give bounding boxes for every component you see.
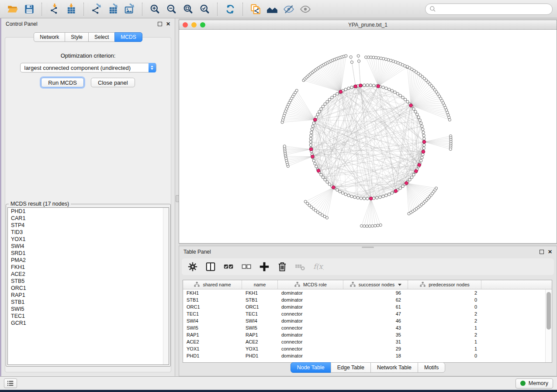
float-panel-button[interactable]: [158, 22, 162, 26]
import-table-button[interactable]: [63, 2, 79, 17]
table-cell: 1: [408, 339, 481, 344]
list-item[interactable]: RAP1: [8, 292, 169, 299]
import-network-button[interactable]: [47, 2, 62, 17]
table-row[interactable]: PHD1PHD1dominator180: [183, 352, 552, 359]
minimize-window-button[interactable]: [191, 22, 197, 28]
show-all-button[interactable]: [298, 2, 313, 17]
column-header-successor-nodes[interactable]: successor nodes: [343, 280, 408, 289]
list-item[interactable]: GCR1: [8, 320, 169, 327]
save-session-button[interactable]: [21, 2, 37, 17]
run-mcds-button[interactable]: Run MCDS: [41, 78, 84, 87]
list-item[interactable]: SWI4: [8, 243, 169, 250]
table-row[interactable]: ACE2ACE2connector311: [183, 338, 552, 345]
table-cell: dominator: [278, 304, 343, 309]
table-row[interactable]: STB1STB1dominator620: [183, 296, 552, 303]
tree-icon: [194, 282, 200, 288]
column-header-name[interactable]: name: [242, 280, 278, 289]
mcds-list-scrollbar[interactable]: [163, 208, 169, 364]
table-scrollbar[interactable]: [545, 289, 552, 362]
tab-style[interactable]: Style: [65, 32, 89, 42]
table-row[interactable]: SWI4SWI4dominator462: [183, 317, 552, 324]
mcds-result-list[interactable]: PHD1CAR1STP4TID3YOX1SWI4SRD1PMA2FKH1ACE2…: [7, 207, 169, 365]
export-network-button[interactable]: [89, 2, 104, 17]
close-table-panel-button[interactable]: ✕: [548, 249, 552, 254]
tab-select[interactable]: Select: [88, 32, 115, 42]
close-window-button[interactable]: [183, 22, 188, 28]
refresh-network-button[interactable]: [222, 2, 238, 17]
table-cell: 2: [408, 290, 481, 296]
toolbar-buttons: [4, 2, 314, 17]
network-window-titlebar[interactable]: YPA_prune.txt_1: [179, 20, 557, 30]
delete-column-button[interactable]: [277, 261, 288, 272]
toolbar-separator: [42, 3, 42, 16]
list-item[interactable]: STB1: [8, 299, 169, 306]
add-column-button[interactable]: [259, 261, 270, 272]
list-item[interactable]: FKH1: [8, 264, 169, 271]
mcds-close-panel-button[interactable]: Close panel: [91, 78, 135, 87]
table-row[interactable]: YOX1YOX1connector291: [183, 345, 552, 352]
table-row[interactable]: SWI5SWI5connector431: [183, 324, 552, 331]
table-panel-grip[interactable]: [362, 247, 374, 248]
tab-node-table[interactable]: Node Table: [291, 362, 331, 373]
list-item[interactable]: PMA2: [8, 257, 169, 264]
table-cell: 47: [343, 311, 408, 316]
export-image-button[interactable]: [122, 2, 138, 17]
search-input[interactable]: [439, 5, 548, 13]
export-table-button[interactable]: [105, 2, 121, 17]
svg-text:f(x): f(x): [313, 262, 324, 271]
list-item[interactable]: YOX1: [8, 236, 169, 243]
network-canvas[interactable]: [179, 30, 557, 244]
zoom-out-button[interactable]: [164, 2, 180, 17]
tab-motifs[interactable]: Motifs: [418, 362, 445, 373]
fx-icon: f(x): [312, 261, 324, 272]
list-item[interactable]: STB5: [8, 278, 169, 285]
column-header-MCDS-role[interactable]: MCDS role: [278, 280, 343, 289]
zoom-selected-button[interactable]: [197, 2, 213, 17]
tree-icon: [419, 282, 426, 288]
search-icon: [429, 6, 436, 12]
zoom-window-button[interactable]: [200, 22, 205, 28]
tab-network-table[interactable]: Network Table: [370, 362, 418, 373]
close-panel-button[interactable]: ✕: [166, 21, 170, 27]
table-row[interactable]: FKH1FKH1dominator962: [183, 289, 552, 296]
list-item[interactable]: STP4: [8, 222, 169, 229]
list-item[interactable]: TEC1: [8, 313, 169, 320]
table-cell: 1: [408, 346, 481, 351]
list-item[interactable]: PHD1: [8, 208, 169, 215]
table-settings-button[interactable]: [187, 261, 198, 272]
task-history-button[interactable]: [4, 378, 17, 388]
tab-mcds[interactable]: MCDS: [114, 32, 142, 42]
hide-selected-button[interactable]: [281, 2, 297, 17]
first-neighbors-button[interactable]: [264, 2, 280, 17]
column-header-shared-name[interactable]: shared name: [183, 280, 242, 289]
duplicate-network-button[interactable]: [248, 2, 263, 17]
search-box[interactable]: [425, 3, 553, 15]
open-file-button[interactable]: [5, 2, 21, 17]
column-header-predecessor-nodes[interactable]: predecessor nodes: [408, 280, 481, 289]
table-row[interactable]: RAP1RAP1dominator352: [183, 331, 552, 338]
table-row[interactable]: TEC1TEC1connector472: [183, 310, 552, 317]
table-toolbar: f(x): [182, 258, 554, 275]
main-toolbar: [0, 0, 557, 18]
zoom-in-button[interactable]: [147, 2, 163, 17]
list-item[interactable]: CAR1: [8, 215, 169, 222]
list-item[interactable]: SRD1: [8, 250, 169, 257]
list-item[interactable]: ACE2: [8, 271, 169, 278]
criterion-dropdown[interactable]: largest connected component (undirected): [20, 63, 156, 72]
float-table-panel-button[interactable]: [540, 250, 544, 254]
list-item[interactable]: SWI5: [8, 306, 169, 313]
list-item[interactable]: TID3: [8, 229, 169, 236]
table-cell: dominator: [278, 318, 343, 323]
list-item[interactable]: ORC1: [8, 285, 169, 292]
tab-edge-table[interactable]: Edge Table: [331, 362, 371, 373]
zoom-fit-button[interactable]: [180, 2, 196, 17]
tab-network[interactable]: Network: [34, 32, 65, 42]
table-row[interactable]: ORC1ORC1dominator610: [183, 303, 552, 310]
show-columns-button[interactable]: [223, 261, 234, 272]
table-cell: YOX1: [183, 346, 242, 351]
table-cell: 0: [408, 353, 481, 358]
scrollbar-thumb[interactable]: [547, 292, 551, 330]
hide-columns-button[interactable]: [241, 261, 252, 272]
toggle-column-view-button[interactable]: [205, 261, 216, 272]
memory-button[interactable]: Memory: [515, 378, 553, 389]
